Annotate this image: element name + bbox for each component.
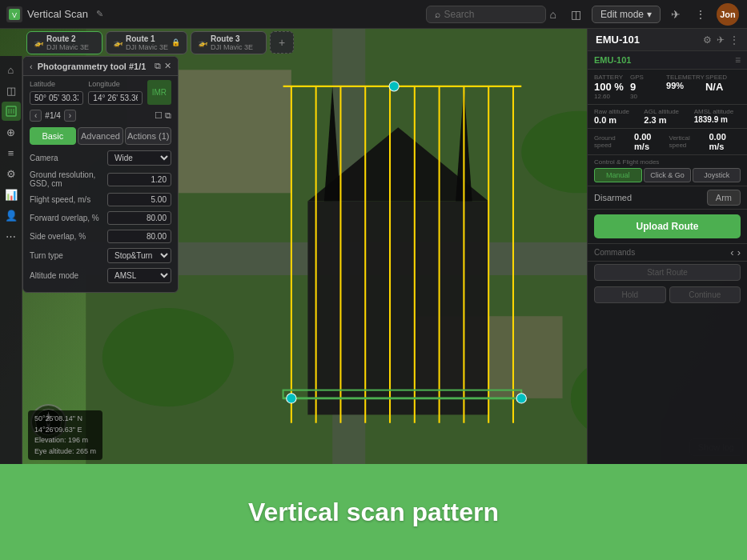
imr-button[interactable]: IMR (147, 80, 171, 105)
battery-label: Battery (594, 74, 629, 81)
altitude-mode-row: Altitude mode AMSL (23, 266, 178, 286)
panel-close-button[interactable]: ✕ (164, 61, 171, 71)
waypoint-count: #1/4 (45, 111, 60, 120)
battery-sub: 12.60 (594, 93, 629, 100)
search-placeholder: Search (444, 9, 475, 20)
waypoint-copy-icon[interactable]: ⧉ (165, 110, 171, 121)
amsl-alt-value: 1839.9 m (694, 115, 741, 124)
route-tab-3[interactable]: 🚁 Route 3 DJI Mavic 3E (191, 31, 267, 54)
app-title: Vertical Scan (27, 8, 88, 20)
forward-overlap-input[interactable] (107, 211, 171, 225)
turn-type-select[interactable]: Stop&Turn (107, 248, 171, 263)
altitude-row: Raw altitude 0.0 m AGL altitude 2.3 m AM… (588, 105, 747, 129)
emu-more-icon[interactable]: ⋮ (729, 34, 739, 46)
upload-route-button[interactable]: Upload Route (594, 214, 741, 238)
drone-icon[interactable]: ✈ (667, 6, 685, 22)
panel-actions: ⧉ ✕ (155, 61, 171, 71)
coord-info: 50°25'08.14" N 14°26'09.63" E Elevation:… (28, 410, 102, 460)
manual-mode-button[interactable]: Manual (594, 168, 642, 182)
route-1-lock-icon: 🔒 (171, 38, 180, 46)
sidebar-home[interactable]: ⌂ (2, 60, 21, 79)
battery-stat: Battery 100 % 12.60 (594, 74, 629, 100)
hold-button[interactable]: Hold (594, 286, 666, 303)
search-box[interactable]: ⌕ Search (426, 6, 546, 23)
start-route-button[interactable]: Start Route (594, 264, 741, 281)
tab-actions[interactable]: Actions (1) (125, 127, 171, 145)
latitude-input[interactable] (30, 91, 83, 105)
tab-bar: Basic Advanced Actions (1) (23, 124, 178, 148)
gsd-input[interactable] (107, 173, 171, 186)
telemetry-label: Telemetry (666, 74, 705, 81)
edit-icon[interactable]: ✎ (96, 9, 103, 19)
avatar[interactable]: Jon (717, 3, 739, 26)
emu-route-label: EMU-101 (594, 55, 631, 65)
sidebar-chart[interactable]: 📊 (2, 185, 21, 204)
tab-advanced[interactable]: Advanced (78, 127, 124, 145)
continue-button[interactable]: Continue (669, 286, 741, 303)
side-overlap-input[interactable] (107, 230, 171, 243)
speed-stat-label: Speed (705, 74, 741, 81)
forward-overlap-row: Forward overlap, % (23, 209, 178, 227)
ground-speed: Ground speed 0.00 m/s (594, 132, 666, 151)
gsd-label: Ground resolution, GSD, cm (30, 170, 104, 188)
home-icon[interactable]: ⌂ (546, 6, 560, 22)
raw-alt-label: Raw altitude (594, 108, 641, 115)
sidebar-settings[interactable]: ⚙ (2, 164, 21, 183)
forward-overlap-label: Forward overlap, % (30, 214, 104, 222)
route-tab-1[interactable]: 🚁 Route 1 DJI Mavic 3E 🔒 (106, 31, 187, 54)
svg-rect-11 (307, 202, 488, 415)
amsl-alt: AMSL altitude 1839.9 m (694, 108, 741, 125)
vertical-speed: Vertical speed 0.00 m/s (669, 132, 741, 151)
ground-speed-label: Ground speed (594, 134, 631, 149)
layers-icon[interactable]: ◫ (567, 6, 585, 22)
speed-input[interactable] (107, 193, 171, 206)
right-panel: EMU-101 ⚙ ✈ ⋮ EMU-101 ≡ Battery 100 % 12… (587, 29, 747, 464)
route-1-drone-icon: 🚁 (113, 38, 122, 47)
waypoint-checkbox[interactable]: ☐ (155, 110, 163, 121)
route-3-name: Route 3 (211, 34, 253, 43)
click-go-mode-button[interactable]: Click & Go (644, 168, 692, 182)
latitude-field: Latitude (30, 80, 83, 105)
raw-alt: Raw altitude 0.0 m (594, 108, 641, 125)
route-1-name: Route 1 (126, 34, 168, 43)
add-route-button[interactable]: + (270, 31, 294, 54)
gps-value: 9 (630, 81, 665, 93)
vertical-speed-label: Vertical speed (669, 134, 706, 149)
turn-type-label: Turn type (30, 251, 104, 260)
edit-mode-button[interactable]: Edit mode ▾ (592, 6, 661, 23)
speed-stat: Speed N/A (705, 74, 741, 100)
chevron-down-icon: ▾ (647, 9, 652, 20)
more-icon[interactable]: ⋮ (691, 6, 710, 22)
sidebar-tool-active[interactable] (2, 102, 21, 121)
start-route-row: Start Route (588, 261, 747, 283)
emu-settings-icon[interactable]: ⚙ (703, 34, 712, 46)
panel-copy-button[interactable]: ⧉ (155, 61, 161, 71)
sidebar-list[interactable]: ≡ (2, 143, 21, 162)
route-2-device: DJI Mavic 3E (46, 43, 89, 51)
tool-panel: ‹ Photogrammetry tool #1/1 ⧉ ✕ Latitude … (22, 56, 179, 293)
panel-back-button[interactable]: ‹ (30, 62, 33, 71)
emu-drone-icon[interactable]: ✈ (717, 34, 725, 46)
next-waypoint-button[interactable]: › (64, 110, 76, 122)
longitude-input[interactable] (88, 91, 142, 105)
tab-basic[interactable]: Basic (30, 127, 76, 145)
emu-list-icon[interactable]: ≡ (735, 54, 741, 66)
altitude-mode-select[interactable]: AMSL (107, 268, 171, 283)
topbar: V Vertical Scan ✎ ⌕ Search ⌂ ◫ Edit mode… (0, 0, 747, 29)
coord-row: Latitude Longitude IMR (23, 76, 178, 107)
sidebar-more[interactable]: ⋯ (2, 226, 21, 246)
arm-button[interactable]: Arm (707, 190, 741, 206)
commands-row: Commands ‹ › (588, 243, 747, 261)
cmd-prev-button[interactable]: ‹ (730, 246, 733, 258)
sidebar-waypoints[interactable]: ⊕ (2, 122, 21, 142)
sidebar-person[interactable]: 👤 (2, 206, 21, 225)
joystick-mode-button[interactable]: Joystick (693, 168, 741, 182)
sidebar-layers[interactable]: ◫ (2, 81, 21, 100)
topbar-right: ⌂ ◫ Edit mode ▾ ✈ ⋮ Jon (546, 3, 748, 26)
flight-modes-label: Control & Flight modes (594, 158, 741, 166)
camera-select[interactable]: Wide (107, 150, 171, 166)
route-tab-2[interactable]: 🚁 Route 2 DJI Mavic 3E (26, 31, 102, 54)
cmd-next-button[interactable]: › (737, 246, 741, 258)
agl-alt-value: 2.3 m (644, 115, 690, 125)
prev-waypoint-button[interactable]: ‹ (30, 110, 42, 122)
